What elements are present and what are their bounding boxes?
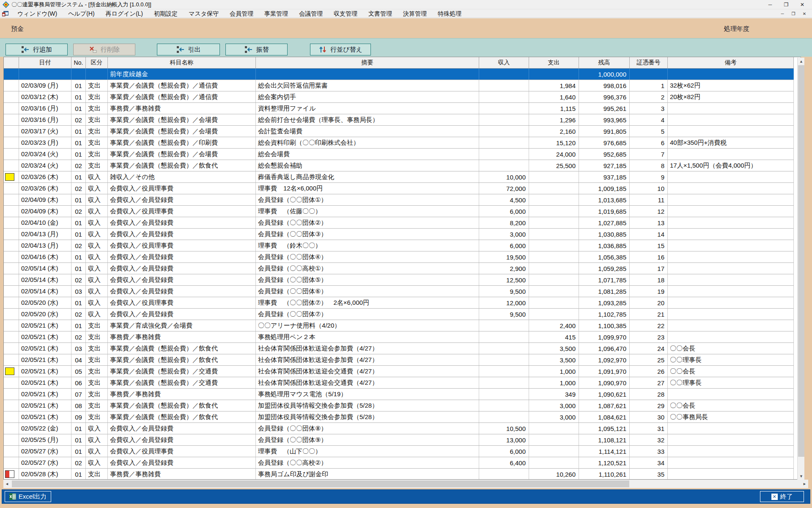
cell-voucher[interactable]: 27: [630, 377, 668, 388]
table-row[interactable]: 02/05/28 (木)01支出事務費／事務雑費事務局ゴム印及び謝金印10,26…: [4, 469, 794, 479]
cell-no[interactable]: 09: [71, 411, 86, 422]
cell-summary[interactable]: 会員登録（〇〇団体⑦）: [256, 309, 479, 320]
cell-subject[interactable]: 雑収入／その他: [108, 171, 256, 182]
cell-kubun[interactable]: 収入: [86, 434, 108, 445]
cell-voucher[interactable]: 18: [630, 274, 668, 285]
cell-kubun[interactable]: 支出: [86, 126, 108, 137]
cell-income[interactable]: [479, 343, 529, 354]
cell-kubun[interactable]: 収入: [86, 171, 108, 182]
cell-flag[interactable]: [4, 423, 19, 434]
cell-date[interactable]: 02/03/26 (木): [19, 171, 71, 182]
cell-no[interactable]: 01: [71, 229, 86, 240]
cell-subject[interactable]: 会費収入／会員登録費: [108, 217, 256, 228]
cell-balance[interactable]: 952,685: [579, 149, 630, 160]
cell-balance[interactable]: 1,027,885: [579, 217, 630, 228]
cell-summary[interactable]: 社会体育関係団体歓送迎会参加費（4/27）: [256, 343, 479, 354]
cell-flag[interactable]: [4, 400, 19, 411]
cell-expense[interactable]: [529, 183, 579, 194]
cell-date[interactable]: 02/05/20 (水): [19, 297, 71, 308]
cell-expense[interactable]: 3,000: [529, 411, 579, 422]
cell-note[interactable]: [668, 457, 794, 468]
header-kubun[interactable]: 区分: [86, 57, 108, 68]
cell-no[interactable]: 01: [71, 171, 86, 182]
cell-income[interactable]: [479, 400, 529, 411]
cell-income[interactable]: 6,000: [479, 206, 529, 217]
cell-expense[interactable]: 1,984: [529, 80, 579, 91]
table-row[interactable]: 02/03/26 (木)02収入会費収入／役員理事費理事費 12名×6,000円…: [4, 183, 794, 194]
cell-summary[interactable]: 会員登録（〇〇団体⑨）: [256, 434, 479, 445]
cell-income[interactable]: [479, 91, 529, 102]
cell-income[interactable]: 9,500: [479, 286, 529, 297]
cell-subject[interactable]: 会費収入／会員登録費: [108, 423, 256, 434]
cell-flag[interactable]: [4, 206, 19, 217]
mdi-minimize-icon[interactable]: ─: [777, 9, 788, 18]
cell-summary[interactable]: 葬儀香典返し商品券現金化: [256, 171, 479, 182]
cell-income[interactable]: 4,500: [479, 194, 529, 205]
cell-kubun[interactable]: 収入: [86, 286, 108, 297]
cell-subject[interactable]: 事業費／会議費（懇親会費）／飲食代: [108, 411, 256, 422]
menu-item[interactable]: 特殊処理: [432, 9, 467, 18]
cell-no[interactable]: 01: [71, 263, 86, 274]
cell-date[interactable]: 02/05/22 (金): [19, 423, 71, 434]
table-row[interactable]: 02/05/27 (水)02収入会費収入／会員登録費会員登録（〇〇高校②）6,4…: [4, 457, 794, 469]
cell-date[interactable]: 02/04/13 (月): [19, 240, 71, 251]
cell-balance[interactable]: 1,056,385: [579, 251, 630, 262]
horizontal-scrollbar-thumb[interactable]: [12, 480, 629, 487]
cell-income[interactable]: [479, 103, 529, 114]
cell-date[interactable]: 02/05/14 (木): [19, 286, 71, 297]
cell-flag[interactable]: [4, 91, 19, 102]
cell-flag[interactable]: [4, 411, 19, 422]
cell-voucher[interactable]: 7: [630, 149, 668, 160]
cell-subject[interactable]: 事業費／会議費（懇親会費）／飲食代: [108, 400, 256, 411]
cell-expense[interactable]: 3,500: [529, 354, 579, 365]
cell-date[interactable]: 02/05/27 (水): [19, 446, 71, 457]
menu-item[interactable]: 収支管理: [328, 9, 363, 18]
cell-date[interactable]: 02/03/26 (木): [19, 183, 71, 194]
cell-summary[interactable]: 会員登録（〇〇団体⑧）: [256, 423, 479, 434]
cell-date[interactable]: 02/04/13 (月): [19, 229, 71, 240]
menu-item[interactable]: 文書管理: [363, 9, 398, 18]
cell-balance[interactable]: 993,965: [579, 114, 630, 125]
cell-no[interactable]: 02: [71, 160, 86, 171]
menu-item[interactable]: ヘルプ(H): [63, 9, 100, 18]
cell-note[interactable]: [668, 126, 794, 137]
cell-note[interactable]: [668, 194, 794, 205]
cell-no[interactable]: 02: [71, 457, 86, 468]
cell-summary[interactable]: 会員登録（〇〇高校①）: [256, 263, 479, 274]
cell-balance[interactable]: 998,016: [579, 80, 630, 91]
cell-voucher[interactable]: 22: [630, 320, 668, 331]
cell-no[interactable]: 01: [71, 320, 86, 331]
cell-voucher[interactable]: 1: [630, 80, 668, 91]
cell-kubun[interactable]: 収入: [86, 206, 108, 217]
scroll-right-icon[interactable]: ►: [801, 480, 808, 487]
cell-no[interactable]: 01: [71, 126, 86, 137]
cell-voucher[interactable]: 20: [630, 297, 668, 308]
cell-date[interactable]: 02/05/25 (月): [19, 434, 71, 445]
cell-voucher[interactable]: 10: [630, 183, 668, 194]
cell-note[interactable]: [668, 263, 794, 274]
cell-flag[interactable]: [4, 103, 19, 114]
table-row[interactable]: 02/03/24 (火)01支出事業費／会議費（懇親会費）／会場費総会会場費24…: [4, 149, 794, 160]
cell-voucher[interactable]: 6: [630, 137, 668, 148]
cell-kubun[interactable]: 収入: [86, 274, 108, 285]
cell-note[interactable]: [668, 103, 794, 114]
cell-balance[interactable]: 1,084,621: [579, 411, 630, 422]
cell-expense[interactable]: 2,400: [529, 320, 579, 331]
cell-no[interactable]: 02: [71, 309, 86, 320]
cell-summary[interactable]: 社会体育関係団体歓送迎会交通費（4/27）: [256, 366, 479, 377]
cell-expense[interactable]: [529, 434, 579, 445]
cell-expense[interactable]: [529, 69, 579, 80]
cell-balance[interactable]: 1,009,185: [579, 183, 630, 194]
cell-date[interactable]: 02/03/12 (木): [19, 91, 71, 102]
cell-income[interactable]: [479, 69, 529, 80]
cell-no[interactable]: 01: [71, 469, 86, 479]
cell-summary[interactable]: 理事費 12名×6,000円: [256, 183, 479, 194]
table-row[interactable]: 02/05/21 (木)06支出事業費／会議費（懇親会費）／交通費社会体育関係団…: [4, 377, 794, 389]
cell-flag[interactable]: [4, 434, 19, 445]
cell-kubun[interactable]: 収入: [86, 229, 108, 240]
cell-kubun[interactable]: 収入: [86, 309, 108, 320]
cell-balance[interactable]: 995,261: [579, 103, 630, 114]
excel-export-button[interactable]: Excel出力: [5, 491, 51, 502]
table-row[interactable]: 02/04/16 (木)01収入会費収入／会員登録費会員登録（〇〇団体④）19,…: [4, 251, 794, 263]
cell-summary[interactable]: [256, 69, 479, 80]
